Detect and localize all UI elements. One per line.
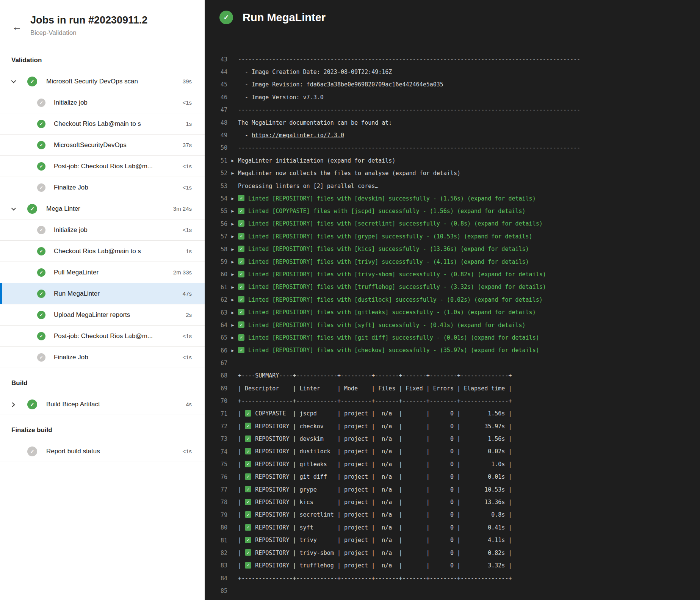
log-line: 83| ✓ REPOSITORY | trufflehog | project … [205,559,700,572]
expand-arrow-icon[interactable]: ▶ [232,285,234,289]
line-number: 82 [205,550,227,556]
step-row[interactable]: ✓Checkout Rios Lab@main to s1s [0,241,205,262]
success-check-icon: ✓ [238,258,245,265]
step-row[interactable]: ✓Upload MegaLinter reports2s [0,304,205,326]
step-name: Checkout Rios Lab@main to s [54,120,141,128]
log-line[interactable]: 61▶✓ Linted [REPOSITORY] files with [tru… [205,281,700,293]
expand-arrow-icon[interactable]: ▶ [232,349,234,352]
step-row[interactable]: ✓Checkout Rios Lab@main to s1s [0,113,205,135]
log-line[interactable]: 59▶✓ Linted [REPOSITORY] files with [tri… [205,255,700,268]
log-line: 77| ✓ REPOSITORY | grype | project | n/a… [205,483,700,496]
log-line[interactable]: 52▶MegaLinter now collects the files to … [205,167,700,180]
chevron-down-icon[interactable] [11,207,17,210]
line-number: 75 [205,461,227,468]
step-row[interactable]: ✓Pull MegaLinter2m 33s [0,262,205,283]
step-duration: 1s [181,248,192,254]
expand-arrow-icon[interactable]: ▶ [232,159,234,163]
step-row[interactable]: ✓Post-job: Checkout Rios Lab@m...<1s [0,326,205,347]
log-text: | ✓ REPOSITORY | dustilock | project | n… [238,448,512,455]
job-duration: <1s [178,448,192,454]
log-text: | ✓ REPOSITORY | trivy-sbom | project | … [238,550,512,557]
log-link[interactable]: https://megalinter.io/7.3.0 [252,132,344,139]
step-duration: 47s [178,290,192,297]
success-check-icon: ✓ [27,77,37,86]
success-check-icon: ✓ [245,486,252,493]
expand-arrow-icon[interactable]: ▶ [232,298,234,302]
success-check-icon: ✓ [245,549,252,556]
success-check-icon: ✓ [27,204,37,214]
chevron-right-icon[interactable] [11,403,17,406]
step-row[interactable]: ✓Run MegaLinter47s [0,283,205,304]
step-name: Post-job: Checkout Rios Lab@m... [54,163,153,170]
line-number: 67 [205,360,227,367]
success-check-icon: ✓ [245,460,252,467]
expand-arrow-icon[interactable]: ▶ [232,311,234,315]
log-line[interactable]: 58▶✓ Linted [REPOSITORY] files with [kic… [205,243,700,255]
job-row[interactable]: ✓Microsoft Security DevOps scan39s [0,71,205,92]
job-row[interactable]: ✓Mega Linter3m 24s [0,198,205,219]
expand-arrow-icon[interactable]: ▶ [232,209,234,213]
log-line[interactable]: 57▶✓ Linted [REPOSITORY] files with [gry… [205,230,700,243]
log-line[interactable]: 62▶✓ Linted [REPOSITORY] files with [dus… [205,293,700,306]
chevron-down-icon[interactable] [11,80,17,83]
line-number: 48 [205,119,227,126]
line-number: 73 [205,436,227,442]
success-check-icon: ✓ [37,120,45,128]
log-line[interactable]: 65▶✓ Linted [REPOSITORY] files with [git… [205,332,700,344]
job-row[interactable]: ✓Build Bicep Artifact4s [0,394,205,415]
log-text: | ✓ COPYPASTE | jscpd | project | n/a | … [238,410,512,417]
log-line[interactable]: 64▶✓ Linted [REPOSITORY] files with [syf… [205,319,700,331]
log-text: +---------------+------------+---------+… [238,575,512,582]
back-arrow-icon[interactable]: ← [12,17,22,37]
expand-arrow-icon[interactable]: ▶ [232,222,234,226]
log-line[interactable]: 63▶✓ Linted [REPOSITORY] files with [git… [205,306,700,319]
success-check-icon: ✓ [245,511,252,518]
job-row[interactable]: ✓Report build status<1s [0,441,205,462]
line-number: 44 [205,69,227,75]
log-text: | ✓ REPOSITORY | kics | project | n/a | … [238,499,512,506]
line-number: 69 [205,385,227,392]
expand-arrow-icon[interactable]: ▶ [232,273,234,276]
step-row[interactable]: ✓Finalize Job<1s [0,347,205,368]
step-row[interactable]: ✓Finalize Job<1s [0,177,205,198]
log-line[interactable]: 56▶✓ Linted [REPOSITORY] files with [sec… [205,218,700,230]
step-duration: <1s [178,354,192,360]
expand-arrow-icon[interactable]: ▶ [232,235,234,238]
log-line[interactable]: 51▶MegaLinter initialization (expand for… [205,154,700,167]
step-duration: <1s [178,333,192,339]
expand-arrow-icon[interactable]: ▶ [232,336,234,340]
log-line[interactable]: 66▶✓ Linted [REPOSITORY] files with [che… [205,344,700,357]
log-line[interactable]: 54▶✓ Linted [REPOSITORY] files with [dev… [205,192,700,205]
step-row[interactable]: ✓Post-job: Checkout Rios Lab@m...<1s [0,156,205,177]
expand-arrow-icon[interactable]: ▶ [232,248,234,251]
success-check-icon: ✓ [37,247,45,255]
log-panel: ✓ Run MegaLinter 43---------------------… [205,0,700,600]
expand-arrow-icon[interactable]: ▶ [232,171,234,175]
neutral-check-icon: ✓ [37,183,45,192]
line-number: 70 [205,398,227,404]
step-row[interactable]: ✓Initialize job<1s [0,219,205,241]
success-check-icon: ✓ [245,561,252,569]
line-number: 51 [205,157,227,164]
neutral-check-icon: ✓ [37,99,45,107]
step-name: Pull MegaLinter [54,269,99,276]
log-text: ----------------------------------------… [238,56,580,63]
log-text: ✓ Linted [REPOSITORY] files with [dustil… [238,296,543,304]
log-line[interactable]: 55▶✓ Linted [COPYPASTE] files with [jscp… [205,205,700,218]
log-line[interactable]: 60▶✓ Linted [REPOSITORY] files with [tri… [205,268,700,281]
log-line: 44 - Image Creation Date: 2023-08-09T22:… [205,66,700,78]
log-line: 79| ✓ REPOSITORY | secretlint | project … [205,509,700,521]
expand-arrow-icon[interactable]: ▶ [232,260,234,264]
job-name: Report build status [46,448,100,455]
log-line: 67 [205,357,700,369]
expand-arrow-icon[interactable]: ▶ [232,323,234,327]
job-name: Build Bicep Artifact [46,401,100,408]
neutral-check-icon: ✓ [37,353,45,362]
step-row[interactable]: ✓MicrosoftSecurityDevOps37s [0,135,205,156]
step-duration: <1s [178,99,192,106]
expand-arrow-icon[interactable]: ▶ [232,197,234,201]
line-number: 50 [205,144,227,151]
log-line: 49 - https://megalinter.io/7.3.0 [205,129,700,141]
line-number: 60 [205,271,227,278]
step-row[interactable]: ✓Initialize job<1s [0,92,205,113]
